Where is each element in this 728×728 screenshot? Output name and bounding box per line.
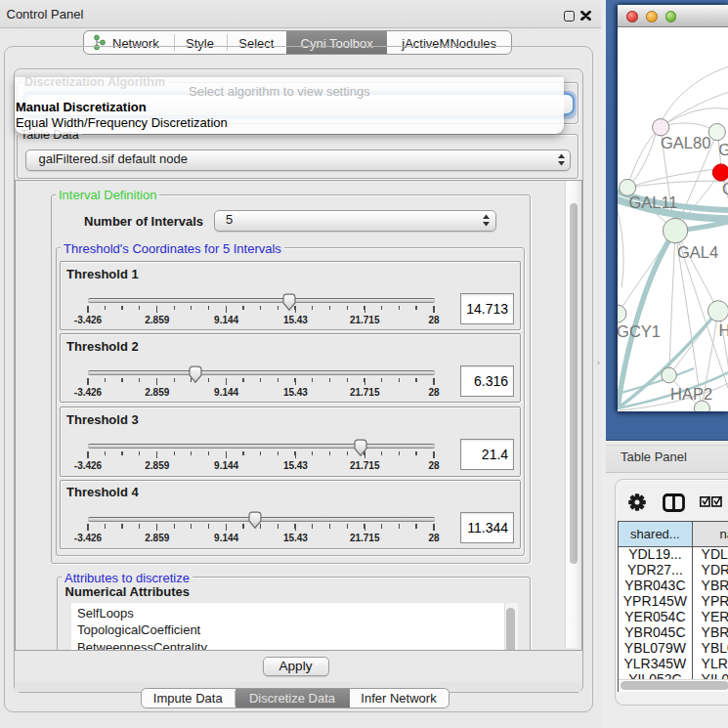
svg-text:GAL80: GAL80 [661, 134, 710, 151]
svg-text:GAL11: GAL11 [628, 193, 677, 211]
svg-text:HAP2: HAP2 [670, 385, 712, 403]
svg-text:GCY1: GCY1 [618, 322, 661, 340]
svg-text:C: C [721, 180, 727, 197]
svg-text:GAL4: GAL4 [676, 243, 717, 261]
svg-text:GA: GA [718, 141, 728, 158]
svg-text:H: H [718, 321, 728, 339]
